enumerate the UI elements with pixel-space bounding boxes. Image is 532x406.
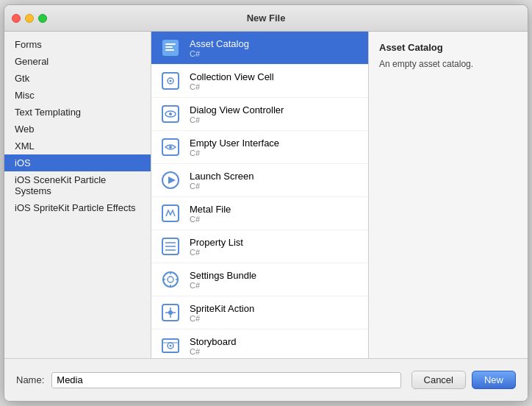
file-title-launch-screen: Launch Screen (190, 171, 254, 182)
svg-point-28 (168, 310, 173, 315)
metal-icon (159, 202, 182, 225)
sidebar-item-misc[interactable]: Misc (4, 87, 151, 104)
sidebar-item-ios[interactable]: iOS (4, 154, 151, 171)
name-input[interactable] (51, 372, 400, 388)
titlebar: New File (4, 5, 528, 32)
file-info-property-list: Property ListC# (190, 237, 243, 257)
file-item-storyboard[interactable]: StoryboardC# (151, 330, 368, 358)
file-item-dialog-view-controller[interactable]: Dialog View ControllerC# (151, 98, 368, 131)
svg-rect-2 (165, 46, 173, 48)
play-icon (159, 168, 182, 192)
cancel-button[interactable]: Cancel (411, 371, 466, 389)
file-subtitle-collection-view-cell: C# (190, 82, 274, 91)
file-item-asset-catalog[interactable]: Asset CatalogC# (151, 32, 368, 65)
file-info-collection-view-cell: Collection View CellC# (190, 71, 274, 91)
file-subtitle-storyboard: C# (190, 347, 237, 356)
svg-rect-3 (165, 49, 174, 51)
minimize-button[interactable] (25, 14, 34, 23)
sidebar-item-forms[interactable]: Forms (4, 36, 151, 53)
file-subtitle-spritekit-action: C# (190, 314, 254, 323)
close-button[interactable] (12, 14, 21, 23)
svg-rect-1 (165, 43, 176, 45)
sidebar: FormsGeneralGtkMiscText TemplatingWebXML… (4, 32, 151, 358)
svg-point-19 (168, 277, 173, 282)
window-title: New File (247, 13, 286, 24)
file-item-launch-screen[interactable]: Launch ScreenC# (151, 164, 368, 197)
file-subtitle-empty-user-interface: C# (190, 149, 279, 157)
file-title-empty-user-interface: Empty User Interface (190, 138, 279, 149)
file-info-metal-file: Metal FileC# (190, 204, 231, 224)
file-item-metal-file[interactable]: Metal FileC# (151, 197, 368, 230)
file-subtitle-metal-file: C# (190, 215, 231, 224)
asset-icon (159, 36, 182, 60)
file-info-spritekit-action: SpriteKit ActionC# (190, 303, 254, 323)
settings-icon (159, 268, 182, 291)
file-title-collection-view-cell: Collection View Cell (190, 71, 274, 82)
maximize-button[interactable] (38, 14, 47, 23)
list-icon (159, 235, 182, 258)
sidebar-item-general[interactable]: General (4, 53, 151, 70)
file-item-collection-view-cell[interactable]: Collection View CellC# (151, 65, 368, 98)
svg-marker-13 (168, 177, 176, 184)
file-title-spritekit-action: SpriteKit Action (190, 303, 254, 314)
file-info-launch-screen: Launch ScreenC# (190, 171, 254, 190)
content-area: FormsGeneralGtkMiscText TemplatingWebXML… (4, 32, 528, 358)
description-panel: Asset Catalog An empty asset catalog. (369, 32, 528, 358)
svg-point-9 (169, 113, 172, 115)
eye-icon (159, 69, 182, 93)
file-subtitle-property-list: C# (190, 248, 243, 257)
file-info-dialog-view-controller: Dialog View ControllerC# (190, 104, 284, 124)
file-item-empty-user-interface[interactable]: Empty User InterfaceC# (151, 131, 368, 164)
bottom-buttons: Cancel New (411, 371, 516, 389)
svg-point-31 (170, 345, 172, 347)
file-title-property-list: Property List (190, 237, 243, 248)
storyboard-icon (159, 334, 182, 357)
file-list-panel: Asset CatalogC# Collection View CellC# D… (151, 32, 369, 358)
traffic-lights (12, 14, 47, 23)
file-item-settings-bundle[interactable]: Settings BundleC# (151, 263, 368, 296)
file-title-settings-bundle: Settings Bundle (190, 270, 256, 281)
file-title-metal-file: Metal File (190, 204, 231, 215)
file-info-storyboard: StoryboardC# (190, 336, 237, 356)
sprite-icon (159, 301, 182, 324)
file-title-asset-catalog: Asset Catalog (190, 38, 249, 49)
bottom-bar: Name: Cancel New (4, 358, 528, 401)
file-info-empty-user-interface: Empty User InterfaceC# (190, 138, 279, 157)
eye2-icon (159, 102, 182, 126)
sidebar-item-web[interactable]: Web (4, 121, 151, 138)
file-subtitle-launch-screen: C# (190, 182, 254, 190)
sidebar-item-gtk[interactable]: Gtk (4, 70, 151, 87)
new-file-window: New File FormsGeneralGtkMiscText Templat… (4, 4, 528, 402)
eye3-icon (159, 135, 182, 159)
description-body: An empty asset catalog. (379, 57, 517, 71)
file-subtitle-settings-bundle: C# (190, 281, 256, 290)
file-info-asset-catalog: Asset CatalogC# (190, 38, 249, 58)
file-title-dialog-view-controller: Dialog View Controller (190, 104, 284, 115)
file-subtitle-asset-catalog: C# (190, 49, 249, 58)
svg-point-11 (169, 146, 172, 149)
file-title-storyboard: Storyboard (190, 336, 237, 347)
sidebar-item-text-templating[interactable]: Text Templating (4, 104, 151, 121)
file-item-property-list[interactable]: Property ListC# (151, 230, 368, 263)
file-info-settings-bundle: Settings BundleC# (190, 270, 256, 290)
file-subtitle-dialog-view-controller: C# (190, 115, 284, 124)
svg-point-6 (170, 80, 172, 82)
description-title: Asset Catalog (379, 42, 517, 53)
new-button[interactable]: New (472, 371, 516, 389)
svg-rect-14 (162, 205, 179, 221)
sidebar-item-ios-scenekit[interactable]: iOS SceneKit Particle Systems (4, 171, 151, 199)
sidebar-item-ios-spritekit[interactable]: iOS SpriteKit Particle Effects (4, 199, 151, 216)
sidebar-item-xml[interactable]: XML (4, 138, 151, 154)
file-item-spritekit-action[interactable]: SpriteKit ActionC# (151, 296, 368, 330)
name-label: Name: (16, 374, 44, 385)
